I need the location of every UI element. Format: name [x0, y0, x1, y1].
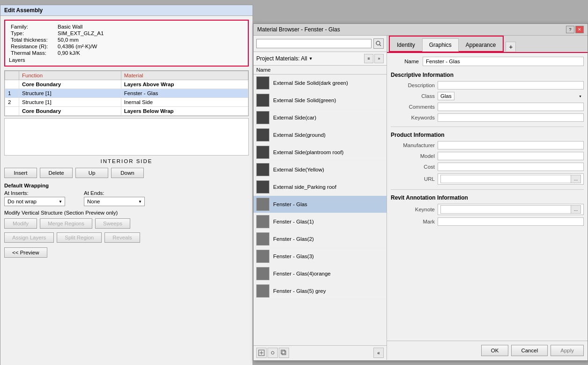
- material-name: External Side(ground): [273, 132, 326, 138]
- tab-identity[interactable]: Identity: [390, 38, 422, 51]
- material-properties-panel: Identity Graphics Appearance + Name Desc…: [387, 36, 588, 360]
- help-button[interactable]: ?: [566, 26, 574, 33]
- tab-add-button[interactable]: +: [506, 42, 516, 52]
- up-button[interactable]: Up: [75, 168, 108, 178]
- split-region-button[interactable]: Split Region: [57, 232, 102, 243]
- list-item[interactable]: Fenster - Glas(5) grey: [253, 283, 387, 300]
- at-ends-select[interactable]: None: [84, 197, 145, 206]
- list-item[interactable]: External Side Solid(green): [253, 92, 387, 109]
- tab-graphics[interactable]: Graphics: [422, 38, 459, 52]
- material-thumbnail: [256, 94, 269, 107]
- list-item[interactable]: External Side Solid(dark green): [253, 74, 387, 92]
- url-row: URL …: [391, 173, 584, 185]
- description-input[interactable]: [438, 81, 584, 89]
- list-item[interactable]: Fenster - Glas(4)orange: [253, 265, 387, 283]
- at-inserts-select-wrap: Do not wrap: [4, 197, 65, 206]
- material-browser-body: Project Materials: All ▼ ≡ » Name Extern…: [253, 36, 588, 360]
- expand-button[interactable]: »: [374, 54, 384, 63]
- material-name: Fenster - Glas(4)orange: [273, 271, 331, 276]
- cancel-button[interactable]: Cancel: [511, 345, 548, 356]
- material-name: External side_Parking roof: [273, 184, 336, 190]
- table-row[interactable]: 2 Structure [1] Inernal Side: [5, 98, 248, 107]
- tab-highlight-border: Identity Graphics Appearance: [389, 36, 504, 52]
- table-row[interactable]: 1 Structure [1] Fenster - Glas: [5, 89, 248, 98]
- name-label: Name: [391, 59, 419, 64]
- list-item[interactable]: External side_Parking roof: [253, 179, 387, 196]
- cost-label: Cost: [391, 164, 438, 170]
- material-thumbnail: [256, 232, 269, 246]
- close-button[interactable]: ✕: [575, 26, 584, 33]
- model-input[interactable]: [438, 152, 584, 160]
- table-row[interactable]: Core Boundary Layers Above Wrap: [5, 80, 248, 89]
- url-label: URL: [391, 176, 438, 182]
- material-thumbnail: [256, 180, 269, 194]
- url-browse-button[interactable]: …: [571, 175, 581, 183]
- material-thumbnail: [256, 76, 269, 89]
- comments-row: Comments: [391, 103, 584, 111]
- cost-row: Cost: [391, 163, 584, 171]
- col-function-header: Function: [19, 71, 121, 80]
- list-item[interactable]: Fenster - Glas: [253, 196, 387, 213]
- material-name: Fenster - Glas(2): [273, 236, 314, 242]
- list-item[interactable]: External Side(Yellow): [253, 161, 387, 179]
- manufacturer-input[interactable]: [438, 141, 584, 149]
- name-input[interactable]: [423, 57, 584, 66]
- down-button[interactable]: Down: [111, 168, 144, 178]
- material-thumbnail: [256, 250, 269, 263]
- row-function: Structure [1]: [19, 98, 121, 107]
- material-add-icon[interactable]: [256, 348, 267, 358]
- reveals-button[interactable]: Reveals: [104, 232, 140, 243]
- type-label: Type:: [9, 30, 56, 37]
- search-button[interactable]: [373, 38, 384, 49]
- modify-button[interactable]: Modify: [4, 218, 37, 229]
- class-select[interactable]: Glas: [438, 92, 454, 100]
- url-input[interactable]: [440, 175, 571, 183]
- table-row[interactable]: Core Boundary Layers Below Wrap: [5, 107, 248, 116]
- material-name: External Side Solid(green): [273, 97, 336, 103]
- list-item[interactable]: Fenster - Glas(3): [253, 248, 387, 265]
- ok-button[interactable]: OK: [481, 345, 509, 356]
- list-item[interactable]: External Side(ground): [253, 127, 387, 144]
- mark-row: Mark: [391, 217, 584, 226]
- list-item[interactable]: External Side(car): [253, 109, 387, 127]
- material-settings-icon[interactable]: [268, 348, 278, 358]
- row-material: Layers Above Wrap: [121, 80, 248, 89]
- comments-input[interactable]: [438, 103, 584, 111]
- assign-layers-button[interactable]: Assign Layers: [4, 232, 54, 243]
- tab-appearance[interactable]: Appearance: [459, 38, 503, 51]
- keynote-browse-button[interactable]: …: [571, 205, 581, 214]
- thickness-label: Total thickness:: [9, 37, 56, 43]
- mark-input[interactable]: [438, 217, 584, 226]
- resistance-value: 0,4386 (m²·K)/W: [56, 43, 105, 50]
- list-item[interactable]: Fenster - Glas(2): [253, 231, 387, 248]
- delete-button[interactable]: Delete: [40, 168, 73, 178]
- wrapping-options: At Inserts: Do not wrap At Ends: None: [0, 189, 253, 207]
- material-name: External Side(Yellow): [273, 167, 324, 172]
- project-materials-dropdown-icon[interactable]: ▼: [309, 56, 313, 61]
- class-row: Class Glas: [391, 92, 584, 100]
- keywords-input[interactable]: [438, 113, 584, 122]
- preview-button[interactable]: << Preview: [4, 247, 47, 258]
- material-duplicate-icon[interactable]: [279, 348, 289, 358]
- mass-label: Thermal Mass:: [9, 50, 56, 56]
- search-input[interactable]: [256, 39, 372, 48]
- material-list-panel: Project Materials: All ▼ ≡ » Name Extern…: [253, 36, 387, 360]
- insert-button[interactable]: Insert: [4, 168, 37, 178]
- cost-input[interactable]: [438, 163, 584, 171]
- edit-assembly-window: Edit Assembly Family: Basic Wall Type: S…: [0, 5, 253, 365]
- list-item[interactable]: External Side(plantroom roof): [253, 144, 387, 161]
- keynote-input[interactable]: [440, 205, 571, 214]
- list-item[interactable]: Fenster - Glas(1): [253, 213, 387, 231]
- row-function: Core Boundary: [19, 80, 121, 89]
- sweeps-button[interactable]: Sweeps: [95, 218, 130, 229]
- search-bar: [253, 36, 387, 52]
- apply-button[interactable]: Apply: [551, 345, 584, 356]
- layers-table: Function Material Core Boundary Layers A…: [5, 71, 248, 116]
- collapse-panel-button[interactable]: «: [373, 348, 384, 358]
- material-thumbnail: [256, 267, 269, 280]
- list-view-button[interactable]: ≡: [364, 54, 373, 63]
- at-inserts-select[interactable]: Do not wrap: [4, 197, 65, 206]
- merge-regions-button[interactable]: Merge Regions: [40, 218, 92, 229]
- keynote-input-group: …: [438, 204, 584, 215]
- row-material: Inernal Side: [121, 98, 248, 107]
